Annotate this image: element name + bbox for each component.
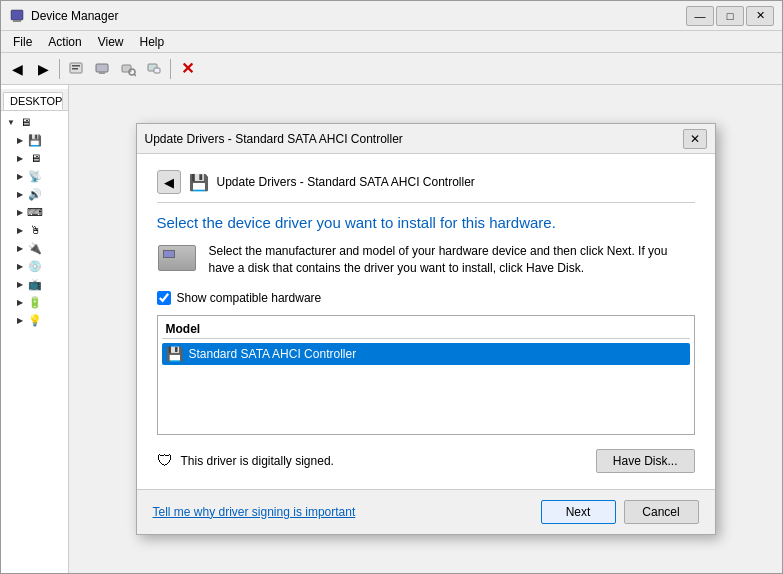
menu-bar: File Action View Help [1,31,782,53]
tree-icon-3: 📡 [27,170,43,183]
tree-item-3[interactable]: ▶📡 [1,167,68,185]
toolbar-forward[interactable]: ▶ [31,57,55,81]
dialog-headline: Select the device driver you want to ins… [157,213,695,233]
model-list-box: Model 💾 Standard SATA AHCI Controller [157,315,695,435]
driver-status-text: This driver is digitally signed. [181,454,334,468]
svg-rect-1 [13,20,21,22]
tree-item-1[interactable]: ▶💾 [1,131,68,149]
tree-icon-4: 🔊 [27,188,43,201]
toolbar-properties[interactable] [64,57,88,81]
tree-item-8[interactable]: ▶💿 [1,257,68,275]
driver-signing-link[interactable]: Tell me why driver signing is important [153,505,356,519]
driver-status-icon: 🛡 [157,452,173,470]
tree-item-9[interactable]: ▶📺 [1,275,68,293]
model-item-label: Standard SATA AHCI Controller [189,347,357,361]
toolbar-update[interactable] [142,57,166,81]
minimize-button[interactable]: — [686,6,714,26]
update-drivers-dialog: Update Drivers - Standard SATA AHCI Cont… [136,123,716,534]
svg-line-9 [134,74,136,76]
svg-rect-11 [154,68,160,73]
title-bar-icon [9,8,25,24]
close-button[interactable]: ✕ [746,6,774,26]
tree-icon-1: 💾 [27,134,43,147]
maximize-button[interactable]: □ [716,6,744,26]
tree-item-5[interactable]: ▶⌨ [1,203,68,221]
toolbar-computer[interactable] [90,57,114,81]
model-list-header: Model [162,320,690,339]
svg-rect-4 [72,68,78,70]
toolbar-scan[interactable] [116,57,140,81]
dialog-back-button[interactable]: ◀ [157,170,181,194]
svg-rect-6 [99,72,105,74]
tree-icon-9: 📺 [27,278,43,291]
hardware-icon [158,245,196,271]
menu-view[interactable]: View [90,33,132,51]
model-item-icon: 💾 [166,346,183,362]
tree-icon-10: 🔋 [27,296,43,309]
tree-icon-7: 🔌 [27,242,43,255]
svg-rect-5 [96,64,108,72]
dialog-header-row: ◀ 💾 Update Drivers - Standard SATA AHCI … [157,170,695,203]
tree-item-4[interactable]: ▶🔊 [1,185,68,203]
dialog-subtitle: Update Drivers - Standard SATA AHCI Cont… [217,175,475,189]
toolbar-sep-1 [59,59,60,79]
tree-icon-11: 💡 [27,314,43,327]
svg-rect-3 [72,65,80,67]
main-panel: Update Drivers - Standard SATA AHCI Cont… [69,85,782,573]
tree-root-arrow: ▼ [7,118,17,127]
tree-item-10[interactable]: ▶🔋 [1,293,68,311]
menu-file[interactable]: File [5,33,40,51]
tree-tab[interactable]: DESKTOP-LDIDKBU [3,92,63,110]
dialog-overlay: Update Drivers - Standard SATA AHCI Cont… [69,85,782,573]
show-compatible-checkbox[interactable] [157,291,171,305]
main-content: DESKTOP-LDIDKBU ▼ 🖥 ▶💾 ▶🖥 ▶📡 ▶🔊 ▶⌨ ▶🖱 ▶🔌… [1,85,782,573]
tree-root-icon: 🖥 [17,116,33,128]
title-bar: Device Manager — □ ✕ [1,1,782,31]
tree-item-11[interactable]: ▶💡 [1,311,68,329]
dialog-title-bar: Update Drivers - Standard SATA AHCI Cont… [137,124,715,154]
tree-icon-5: ⌨ [27,206,43,219]
cancel-button[interactable]: Cancel [624,500,699,524]
tree-icon-2: 🖥 [27,152,43,164]
tree-icon-8: 💿 [27,260,43,273]
checkbox-row: Show compatible hardware [157,291,695,305]
dialog-close-button[interactable]: ✕ [683,129,707,149]
checkbox-label[interactable]: Show compatible hardware [177,291,322,305]
toolbar-sep-2 [170,59,171,79]
footer-buttons: Next Cancel [541,500,699,524]
driver-status-left: 🛡 This driver is digitally signed. [157,452,334,470]
menu-action[interactable]: Action [40,33,89,51]
toolbar: ◀ ▶ ✕ [1,53,782,85]
svg-rect-0 [11,10,23,20]
model-list-item-0[interactable]: 💾 Standard SATA AHCI Controller [162,343,690,365]
next-button[interactable]: Next [541,500,616,524]
dialog-desc-icon [157,243,197,273]
dialog-desc-row: Select the manufacturer and model of you… [157,243,695,277]
device-manager-window: Device Manager — □ ✕ File Action View He… [0,0,783,574]
tree-root[interactable]: ▼ 🖥 [1,113,68,131]
dialog-title-icon: 💾 [189,173,209,192]
menu-help[interactable]: Help [132,33,173,51]
device-tree: DESKTOP-LDIDKBU ▼ 🖥 ▶💾 ▶🖥 ▶📡 ▶🔊 ▶⌨ ▶🖱 ▶🔌… [1,85,69,573]
dialog-footer: Tell me why driver signing is important … [137,489,715,534]
have-disk-button[interactable]: Have Disk... [596,449,695,473]
dialog-description: Select the manufacturer and model of you… [209,243,695,277]
tree-panel: ▼ 🖥 ▶💾 ▶🖥 ▶📡 ▶🔊 ▶⌨ ▶🖱 ▶🔌 ▶💿 ▶📺 ▶🔋 ▶💡 [1,111,68,331]
title-bar-text: Device Manager [31,9,686,23]
tree-item-6[interactable]: ▶🖱 [1,221,68,239]
dialog-body: ◀ 💾 Update Drivers - Standard SATA AHCI … [137,154,715,488]
dialog-title-text: Update Drivers - Standard SATA AHCI Cont… [145,132,683,146]
tree-item-7[interactable]: ▶🔌 [1,239,68,257]
tree-icon-6: 🖱 [27,224,43,236]
toolbar-back[interactable]: ◀ [5,57,29,81]
toolbar-disable[interactable]: ✕ [175,57,199,81]
title-bar-controls: — □ ✕ [686,6,774,26]
tree-item-2[interactable]: ▶🖥 [1,149,68,167]
driver-status-row: 🛡 This driver is digitally signed. Have … [157,449,695,473]
